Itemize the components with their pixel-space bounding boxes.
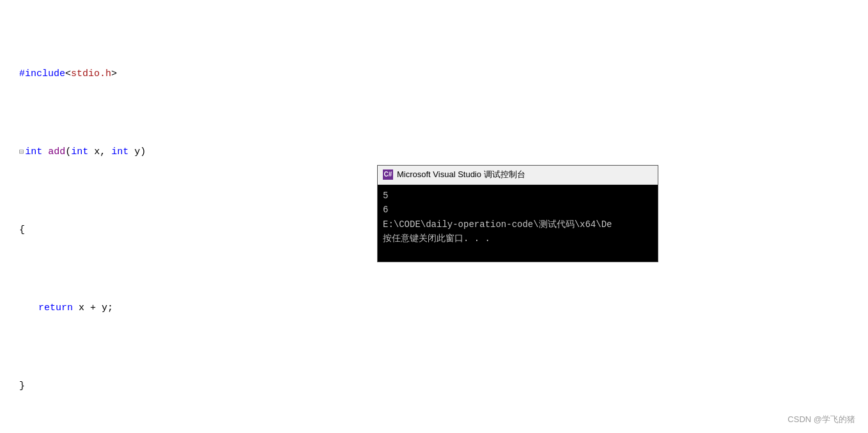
console-title: Microsoft Visual Studio 调试控制台 — [397, 168, 525, 182]
console-line-4: 按任意键关闭此窗口. . . — [383, 232, 653, 246]
hash-include: #include — [19, 67, 65, 82]
code-line-4: return x + y; — [13, 301, 868, 317]
code-line-1: #include<stdio.h> — [13, 67, 868, 83]
code-line-2: ⊟int add(int x, int y) — [13, 145, 868, 161]
console-line-1: 5 — [383, 189, 653, 203]
watermark: CSDN @学飞的猪 — [787, 413, 855, 427]
console-line-3: E:\CODE\daily-operation-code\测试代码\x64\De — [383, 217, 653, 232]
code-line-5: } — [13, 379, 868, 395]
console-body: 5 6 E:\CODE\daily-operation-code\测试代码\x6… — [378, 185, 658, 262]
console-titlebar: C# Microsoft Visual Studio 调试控制台 — [378, 166, 658, 185]
collapse-arrow[interactable]: ⊟ — [19, 146, 24, 159]
vs-icon: C# — [383, 169, 393, 180]
console-line-2: 6 — [383, 203, 653, 217]
console-window[interactable]: C# Microsoft Visual Studio 调试控制台 5 6 E:\… — [377, 165, 658, 262]
